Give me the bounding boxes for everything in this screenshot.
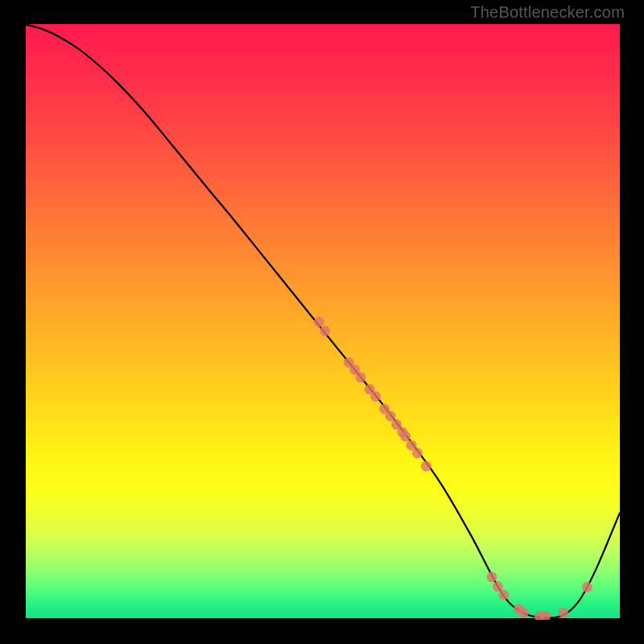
- data-point: [370, 391, 381, 402]
- data-point: [518, 608, 529, 618]
- data-point: [356, 372, 366, 382]
- data-point: [558, 608, 568, 618]
- data-point: [400, 431, 411, 442]
- data-point: [314, 317, 324, 328]
- scatter-points: [314, 317, 592, 621]
- data-point: [582, 582, 592, 592]
- watermark-text: TheBottlenecker.com: [470, 3, 625, 22]
- plot-area: [24, 24, 620, 620]
- chart-container: TheBottlenecker.com: [0, 0, 644, 644]
- chart-svg: [24, 24, 620, 620]
- data-point: [421, 461, 431, 472]
- data-point: [486, 572, 497, 582]
- data-point: [498, 589, 509, 600]
- data-point: [386, 411, 396, 421]
- data-point: [320, 326, 330, 336]
- data-point: [412, 448, 423, 458]
